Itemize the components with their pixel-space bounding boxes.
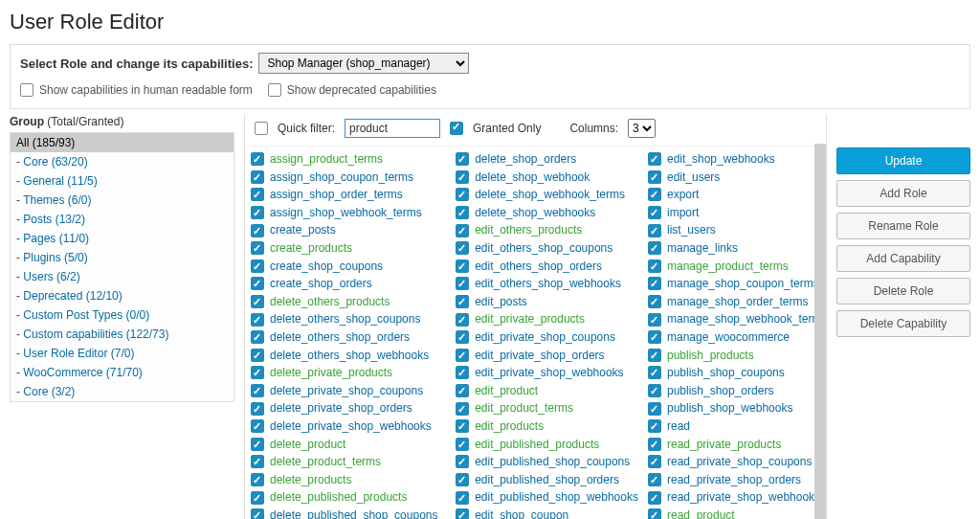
capability-label[interactable]: delete_private_shop_webhooks — [270, 417, 432, 436]
capability-item[interactable]: edit_published_shop_webhooks — [456, 488, 638, 507]
capability-checkbox[interactable] — [648, 473, 661, 486]
capability-item[interactable]: edit_private_shop_coupons — [456, 328, 638, 347]
capability-label[interactable]: edit_others_shop_coupons — [475, 239, 612, 258]
capability-checkbox[interactable] — [456, 366, 469, 379]
capability-item[interactable]: edit_others_shop_webhooks — [456, 275, 638, 293]
group-item[interactable]: User Role Editor (7/0) — [11, 344, 234, 363]
capability-checkbox[interactable] — [251, 402, 264, 416]
capability-item[interactable]: edit_shop_webhooks — [648, 150, 820, 169]
capability-label[interactable]: edit_users — [667, 169, 720, 187]
capability-checkbox[interactable] — [456, 295, 469, 308]
capability-checkbox[interactable] — [456, 438, 469, 451]
capability-label[interactable]: publish_shop_orders — [667, 382, 773, 400]
capability-label[interactable]: delete_product_terms — [270, 453, 381, 471]
capability-item[interactable]: edit_published_shop_orders — [456, 471, 638, 489]
capability-item[interactable]: delete_product — [251, 436, 446, 454]
capability-item[interactable]: read_private_products — [648, 436, 820, 454]
capability-label[interactable]: delete_shop_webhook — [475, 169, 590, 187]
capability-checkbox[interactable] — [456, 473, 469, 486]
opt-human-readable[interactable]: Show capabilities in human readable form — [20, 83, 253, 97]
capability-checkbox[interactable] — [251, 366, 264, 379]
capability-item[interactable]: assign_shop_coupon_terms — [251, 169, 446, 187]
capability-checkbox[interactable] — [251, 508, 264, 519]
capability-label[interactable]: assign_shop_webhook_terms — [270, 204, 422, 222]
capability-checkbox[interactable] — [456, 152, 469, 166]
capability-label[interactable]: create_shop_coupons — [270, 258, 383, 276]
capability-item[interactable]: edit_private_products — [456, 310, 638, 328]
capability-checkbox[interactable] — [251, 384, 264, 397]
capability-label[interactable]: read_private_shop_orders — [667, 471, 801, 489]
capability-item[interactable]: delete_shop_webhook_terms — [456, 186, 638, 204]
opt-human-readable-checkbox[interactable] — [20, 83, 33, 97]
scrollbar[interactable] — [814, 144, 826, 519]
capability-checkbox[interactable] — [251, 224, 264, 237]
select-all-checkbox[interactable] — [255, 122, 268, 135]
group-item[interactable]: Custom capabilities (122/73) — [11, 325, 234, 344]
capability-label[interactable]: delete_published_shop_coupons — [270, 507, 437, 519]
capability-checkbox[interactable] — [456, 206, 469, 219]
capability-item[interactable]: import — [648, 204, 820, 222]
capability-item[interactable]: delete_private_shop_webhooks — [251, 417, 446, 436]
capability-checkbox[interactable] — [648, 330, 661, 344]
capability-label[interactable]: read — [667, 417, 690, 436]
capability-item[interactable]: edit_users — [648, 169, 820, 187]
capability-checkbox[interactable] — [251, 473, 264, 486]
capability-checkbox[interactable] — [456, 384, 469, 397]
capability-item[interactable]: export — [648, 186, 820, 204]
group-item[interactable]: General (11/5) — [11, 171, 234, 191]
capability-checkbox[interactable] — [648, 419, 661, 433]
delete-role-button[interactable]: Delete Role — [836, 278, 970, 305]
capability-label[interactable]: delete_published_products — [270, 488, 407, 507]
capability-item[interactable]: manage_woocommerce — [648, 328, 820, 347]
capability-label[interactable]: manage_shop_order_terms — [667, 293, 808, 311]
capability-checkbox[interactable] — [648, 152, 661, 166]
capability-checkbox[interactable] — [456, 170, 469, 184]
capability-label[interactable]: edit_shop_webhooks — [667, 150, 775, 169]
capability-checkbox[interactable] — [251, 206, 264, 219]
capability-item[interactable]: assign_product_terms — [251, 150, 446, 169]
capability-checkbox[interactable] — [456, 241, 469, 255]
capability-label[interactable]: assign_product_terms — [270, 150, 383, 169]
capability-item[interactable]: delete_product_terms — [251, 453, 446, 471]
capability-item[interactable]: manage_shop_coupon_terms — [648, 275, 820, 293]
capability-label[interactable]: create_posts — [270, 221, 336, 239]
capability-label[interactable]: edit_others_products — [475, 221, 582, 239]
capability-checkbox[interactable] — [456, 277, 469, 290]
capability-label[interactable]: edit_private_shop_coupons — [475, 328, 615, 347]
capability-label[interactable]: publish_products — [667, 347, 754, 365]
capability-item[interactable]: edit_products — [456, 417, 638, 436]
capability-item[interactable]: edit_private_shop_webhooks — [456, 364, 638, 382]
capability-item[interactable]: delete_products — [251, 471, 446, 489]
capability-checkbox[interactable] — [456, 330, 469, 344]
delete-capability-button[interactable]: Delete Capability — [836, 310, 970, 337]
capability-checkbox[interactable] — [251, 260, 264, 273]
capability-item[interactable]: manage_shop_order_terms — [648, 293, 820, 311]
capability-checkbox[interactable] — [648, 438, 661, 451]
capability-label[interactable]: delete_others_shop_coupons — [270, 310, 420, 328]
capability-item[interactable]: publish_products — [648, 347, 820, 365]
capability-checkbox[interactable] — [648, 491, 661, 505]
capability-item[interactable]: delete_published_products — [251, 488, 446, 507]
capability-label[interactable]: manage_links — [667, 239, 738, 258]
capability-checkbox[interactable] — [648, 402, 661, 416]
capability-label[interactable]: edit_private_shop_orders — [475, 347, 604, 365]
update-button[interactable]: Update — [836, 147, 970, 174]
capability-label[interactable]: read_product — [667, 507, 735, 519]
role-select[interactable]: Shop Manager (shop_manager) — [258, 53, 469, 74]
capability-label[interactable]: edit_shop_coupon — [475, 507, 568, 519]
capability-item[interactable]: delete_others_shop_webhooks — [251, 347, 446, 365]
capability-item[interactable]: assign_shop_order_terms — [251, 186, 446, 204]
group-item[interactable]: All (185/93) — [11, 133, 234, 152]
capability-checkbox[interactable] — [251, 170, 264, 184]
capability-label[interactable]: delete_products — [270, 471, 351, 489]
capability-item[interactable]: delete_private_products — [251, 364, 446, 382]
capability-item[interactable]: publish_shop_coupons — [648, 364, 820, 382]
capability-label[interactable]: edit_published_shop_webhooks — [475, 488, 638, 507]
capability-checkbox[interactable] — [251, 152, 264, 166]
group-item[interactable]: Posts (13/2) — [11, 210, 234, 229]
capability-item[interactable]: read_private_shop_webhooks — [648, 488, 820, 507]
group-item[interactable]: Plugins (5/0) — [11, 248, 234, 267]
capability-label[interactable]: read_private_shop_webhooks — [667, 488, 820, 507]
capability-item[interactable]: edit_product_terms — [456, 399, 638, 417]
rename-role-button[interactable]: Rename Role — [836, 213, 970, 239]
